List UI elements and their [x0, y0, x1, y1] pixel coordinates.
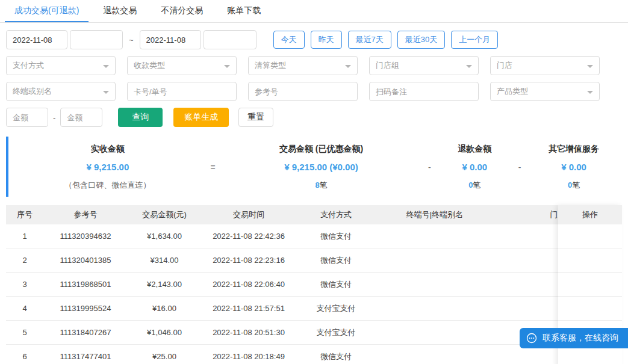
generate-bill-button[interactable]: 账单生成 — [173, 108, 229, 127]
summary-refund-title: 退款金额 — [435, 140, 514, 158]
settlement-type-select[interactable]: 清算类型 — [248, 56, 358, 75]
header-operations: 操作 — [558, 205, 622, 224]
chevron-down-icon — [345, 65, 351, 68]
customer-service-button[interactable]: 联系客服，在线咨询 — [520, 328, 628, 348]
range-separator: ~ — [129, 35, 134, 45]
cell-operations — [558, 297, 622, 321]
tab-success-transactions[interactable]: 成功交易(可退款) — [5, 0, 89, 22]
cell-amount: ¥1,634.00 — [128, 224, 201, 248]
quick-range-last7days[interactable]: 最近7天 — [348, 31, 391, 49]
cell-reference: 111319995524 — [43, 297, 128, 320]
summary-other-count: 0笔 — [526, 177, 622, 194]
summary-received-note: （包含口碑、微信直连） — [8, 177, 207, 194]
cell-method: 支付宝支付 — [296, 297, 376, 320]
cell-time: 2022-11-08 20:18:49 — [201, 345, 296, 364]
cell-time: 2022-11-08 22:42:36 — [201, 224, 296, 248]
cell-amount: ¥1,046.00 — [128, 321, 201, 344]
cell-method: 微信支付 — [296, 224, 376, 248]
summary-refund: 退款金额 ¥ 0.00 0笔 — [435, 140, 514, 194]
header-method: 支付方式 — [296, 205, 376, 224]
scan-note-input[interactable] — [369, 82, 479, 101]
action-row: - 查询 账单生成 重置 — [6, 108, 622, 127]
terminal-alias-select[interactable]: 终端或别名 — [6, 82, 116, 101]
reference-number-input[interactable] — [248, 82, 358, 101]
transaction-discount: (¥0.00) — [329, 162, 358, 172]
table-row[interactable]: 1 111320394632 ¥1,634.00 2022-11-08 22:4… — [6, 224, 622, 248]
quick-range-lastmonth[interactable]: 上一个月 — [451, 31, 498, 49]
summary-operator-minus-1: - — [423, 140, 435, 194]
tab-refund-transactions[interactable]: 退款交易 — [93, 0, 146, 22]
select-placeholder: 收款类型 — [134, 60, 165, 71]
summary-other: 其它增值服务 ¥ 0.00 0笔 — [526, 140, 622, 194]
store-group-select[interactable]: 门店组 — [369, 56, 479, 75]
end-date-input[interactable] — [140, 30, 201, 49]
store-select[interactable]: 门店 — [490, 56, 600, 75]
cell-time: 2022-11-08 22:23:16 — [201, 248, 296, 272]
product-type-select[interactable]: 产品类型 — [490, 82, 600, 101]
cell-method: 支付宝支付 — [296, 321, 376, 344]
cell-amount: ¥2,143.00 — [128, 273, 201, 296]
transaction-count-number: 8 — [315, 180, 319, 190]
search-button[interactable]: 查询 — [118, 108, 163, 127]
quick-range-today[interactable]: 今天 — [273, 31, 305, 49]
cell-method: 微信支付 — [296, 248, 376, 272]
select-placeholder: 门店组 — [376, 60, 399, 71]
chevron-down-icon — [224, 65, 230, 68]
summary-transaction: 交易金额 (已优惠金额) ¥ 9,215.00 (¥0.00) 8笔 — [219, 140, 424, 194]
other-count-unit: 笔 — [572, 180, 580, 190]
table-row[interactable]: 3 111319868501 ¥2,143.00 2022-11-08 22:0… — [6, 273, 622, 297]
cell-time: 2022-11-08 22:06:40 — [201, 273, 296, 296]
header-reference: 参考号 — [43, 205, 128, 224]
select-placeholder: 清算类型 — [255, 60, 286, 71]
tab-unsettled-transactions[interactable]: 不清分交易 — [151, 0, 213, 22]
cell-terminal — [376, 297, 494, 320]
summary-operator-minus-2: - — [514, 140, 526, 194]
cell-method: 微信支付 — [296, 345, 376, 364]
summary-transaction-value: ¥ 9,215.00 (¥0.00) — [219, 158, 424, 177]
table-header-row: 序号 参考号 交易金额(元) 交易时间 支付方式 终端号|终端别名 门店 — [6, 205, 622, 224]
cell-index: 5 — [6, 321, 43, 344]
select-placeholder: 支付方式 — [13, 60, 44, 71]
start-time-input[interactable] — [70, 30, 123, 49]
select-placeholder: 终端或别名 — [13, 86, 52, 97]
tab-bill-download[interactable]: 账单下载 — [217, 0, 270, 22]
card-number-input[interactable] — [127, 82, 237, 101]
summary-refund-value: ¥ 0.00 — [435, 158, 514, 177]
summary-refund-count: 0笔 — [435, 177, 514, 194]
header-time: 交易时间 — [201, 205, 296, 224]
cell-time: 2022-11-08 21:57:51 — [201, 297, 296, 320]
reset-button[interactable]: 重置 — [238, 108, 273, 127]
amount-max-input[interactable] — [60, 108, 102, 127]
cell-operations — [558, 224, 622, 248]
summary-panel: 实收金额 ¥ 9,215.00 （包含口碑、微信直连） = 交易金额 (已优惠金… — [6, 137, 622, 197]
cell-reference: 111320401385 — [43, 248, 128, 272]
cell-index: 6 — [6, 345, 43, 364]
quick-range-last30days[interactable]: 最近30天 — [397, 31, 445, 49]
summary-received-title: 实收金额 — [8, 140, 207, 158]
end-time-input[interactable] — [204, 30, 256, 49]
table-row[interactable]: 4 111319995524 ¥16.00 2022-11-08 21:57:5… — [6, 297, 622, 321]
summary-received: 实收金额 ¥ 9,215.00 （包含口碑、微信直连） — [8, 140, 207, 194]
select-placeholder: 门店 — [497, 60, 512, 71]
amount-min-input[interactable] — [6, 108, 48, 127]
quick-range-yesterday[interactable]: 昨天 — [311, 31, 342, 49]
cell-reference: 111319868501 — [43, 273, 128, 296]
cell-operations — [558, 248, 622, 273]
cell-time: 2022-11-08 20:51:30 — [201, 321, 296, 344]
summary-operator-equals: = — [207, 140, 219, 194]
cell-method: 微信支付 — [296, 273, 376, 296]
start-date-input[interactable] — [6, 30, 67, 49]
table-row[interactable]: 2 111320401385 ¥314.00 2022-11-08 22:23:… — [6, 248, 622, 273]
collection-type-select[interactable]: 收款类型 — [127, 56, 237, 75]
payment-method-select[interactable]: 支付方式 — [6, 56, 116, 75]
header-index: 序号 — [6, 205, 43, 224]
chevron-down-icon — [103, 91, 109, 94]
cell-reference: 111318407267 — [43, 321, 128, 344]
summary-other-value: ¥ 0.00 — [526, 158, 622, 177]
cell-amount: ¥16.00 — [128, 297, 201, 320]
cell-terminal — [376, 321, 494, 344]
cell-operations — [558, 273, 622, 297]
summary-received-value: ¥ 9,215.00 — [8, 158, 207, 177]
select-filter-row: 支付方式 收款类型 清算类型 门店组 门店 — [6, 56, 622, 75]
cell-index: 2 — [6, 248, 43, 272]
